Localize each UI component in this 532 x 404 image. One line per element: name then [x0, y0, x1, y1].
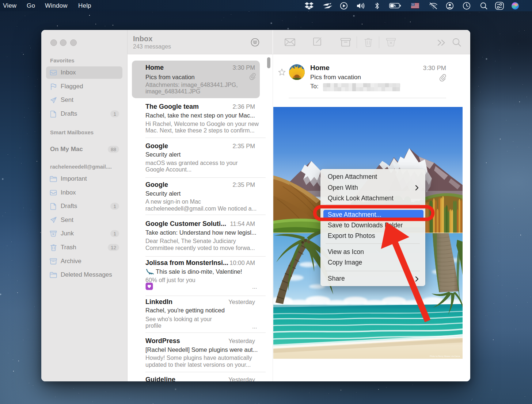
- svg-text:Photo by Remy Musser via Canva: Photo by Remy Musser via Canva: [430, 355, 460, 357]
